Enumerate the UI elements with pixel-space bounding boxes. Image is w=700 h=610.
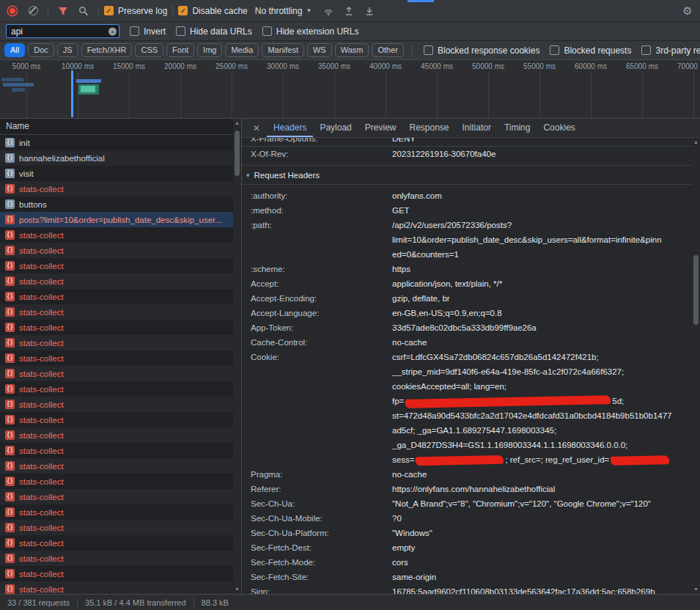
type-filter-ws[interactable]: WS bbox=[307, 43, 332, 57]
close-details-button[interactable]: ✕ bbox=[246, 123, 267, 133]
type-filter-manifest[interactable]: Manifest bbox=[262, 43, 304, 57]
request-row[interactable]: {}stats-collect bbox=[0, 258, 241, 273]
header-value-line: empty bbox=[392, 540, 692, 555]
scroll-up-icon[interactable]: ▲ bbox=[692, 138, 700, 147]
request-name: stats-collect bbox=[19, 354, 241, 363]
request-name: stats-collect bbox=[19, 293, 241, 301]
request-row[interactable]: {}stats-collect bbox=[0, 397, 241, 412]
type-filter-wasm[interactable]: Wasm bbox=[335, 43, 369, 57]
type-filter-all[interactable]: All bbox=[4, 43, 25, 57]
record-button[interactable] bbox=[3, 2, 22, 20]
request-row[interactable]: {}stats-collect bbox=[0, 535, 241, 551]
filter-checkbox-blocked-requests[interactable]: Blocked requests bbox=[550, 45, 631, 56]
invert-label: Invert bbox=[144, 26, 166, 37]
tab-timing[interactable]: Timing bbox=[498, 119, 537, 137]
settings-button[interactable]: ⚙ bbox=[678, 2, 697, 20]
request-row[interactable]: {}stats-collect bbox=[0, 289, 241, 304]
request-type-icon: {} bbox=[5, 507, 15, 517]
request-row[interactable]: {}stats-collect bbox=[0, 304, 241, 320]
request-row[interactable]: {}buttons bbox=[0, 196, 241, 212]
invert-checkbox[interactable]: Invert bbox=[130, 26, 166, 37]
filter-input[interactable] bbox=[6, 24, 119, 38]
overview-gridline bbox=[693, 72, 694, 118]
request-row[interactable]: {}stats-collect bbox=[0, 320, 241, 335]
type-filter-media[interactable]: Media bbox=[225, 43, 259, 57]
header-value-line: https bbox=[392, 262, 692, 276]
request-row[interactable]: {}stats-collect bbox=[0, 412, 241, 427]
request-row[interactable]: {}stats-collect bbox=[0, 474, 241, 489]
header-name: Accept-Language: bbox=[242, 306, 392, 320]
request-row[interactable]: {}init bbox=[0, 135, 241, 150]
type-filter-other[interactable]: Other bbox=[372, 43, 404, 57]
request-row[interactable]: {}stats-collect bbox=[0, 381, 241, 397]
network-conditions-button[interactable] bbox=[319, 2, 338, 20]
request-row[interactable]: {}visit bbox=[0, 166, 241, 181]
request-row[interactable]: {}stats-collect bbox=[0, 520, 241, 535]
scrollbar-thumb[interactable] bbox=[693, 255, 699, 325]
tab-response[interactable]: Response bbox=[402, 119, 455, 137]
type-filter-doc[interactable]: Doc bbox=[28, 43, 54, 57]
request-row[interactable]: {}stats-collect bbox=[0, 489, 241, 504]
clear-filter-icon[interactable]: × bbox=[108, 27, 117, 35]
request-row-selected[interactable]: {}posts?limit=10&order=publish_date_desc… bbox=[0, 212, 241, 227]
type-filter-font[interactable]: Font bbox=[166, 43, 194, 57]
request-row[interactable]: {}hannahelizabethofficial bbox=[0, 150, 241, 166]
type-filter-css[interactable]: CSS bbox=[135, 43, 163, 57]
preserve-log-label: Preserve log bbox=[118, 6, 167, 16]
checkbox-icon bbox=[262, 26, 272, 36]
request-row[interactable]: {}stats-collect bbox=[0, 227, 241, 243]
request-row[interactable]: {}stats-collect bbox=[0, 581, 241, 594]
scroll-down-icon[interactable]: ▼ bbox=[233, 585, 241, 594]
request-row[interactable]: {}stats-collect bbox=[0, 504, 241, 520]
search-button[interactable] bbox=[74, 2, 93, 20]
type-filter-fetch-xhr[interactable]: Fetch/XHR bbox=[81, 43, 133, 57]
scroll-up-icon[interactable]: ▲ bbox=[233, 119, 241, 128]
tab-preview[interactable]: Preview bbox=[358, 119, 403, 137]
tab-cookies[interactable]: Cookies bbox=[537, 119, 581, 137]
scroll-down-icon[interactable]: ▼ bbox=[692, 585, 700, 594]
tab-payload[interactable]: Payload bbox=[313, 119, 358, 137]
filter-toggle-button[interactable] bbox=[54, 2, 73, 20]
import-har-button[interactable] bbox=[339, 2, 358, 20]
checkbox-icon bbox=[550, 45, 559, 55]
preserve-log-checkbox[interactable]: ✓ Preserve log bbox=[104, 6, 167, 16]
header-value-line: ed=0&counters=1 bbox=[392, 247, 692, 262]
tab-initiator[interactable]: Initiator bbox=[456, 119, 498, 137]
request-row[interactable]: {}stats-collect bbox=[0, 243, 241, 258]
name-column-header[interactable]: Name bbox=[0, 119, 241, 135]
clear-button[interactable] bbox=[23, 2, 43, 20]
filter-checkbox-blocked-response-cookies[interactable]: Blocked response cookies bbox=[424, 45, 539, 56]
requests-scrollbar[interactable]: ▲ ▼ bbox=[233, 119, 241, 594]
request-headers-section[interactable]: ▾ Request Headers bbox=[242, 166, 692, 185]
overview-strip[interactable]: 5000 ms10000 ms15000 ms20000 ms25000 ms3… bbox=[0, 60, 700, 119]
request-row[interactable]: {}stats-collect bbox=[0, 551, 241, 566]
request-name: stats-collect bbox=[19, 262, 241, 271]
type-filter-img[interactable]: Img bbox=[197, 43, 222, 57]
request-row[interactable]: {}stats-collect bbox=[0, 273, 241, 289]
request-row[interactable]: {}stats-collect bbox=[0, 458, 241, 474]
request-row[interactable]: {}stats-collect bbox=[0, 181, 241, 196]
request-row[interactable]: {}stats-collect bbox=[0, 427, 241, 443]
export-har-button[interactable] bbox=[360, 2, 379, 20]
filter-checkbox-3rd-party-requests[interactable]: 3rd-party requests bbox=[641, 45, 700, 56]
scrollbar-thumb[interactable] bbox=[235, 131, 240, 176]
header-name: :authority: bbox=[242, 188, 392, 203]
request-row[interactable]: {}stats-collect bbox=[0, 443, 241, 458]
header-value-line: cors bbox=[392, 555, 692, 570]
throttling-select[interactable]: No throttling ▼ bbox=[249, 6, 318, 16]
hide-extension-urls-checkbox[interactable]: Hide extension URLs bbox=[262, 26, 359, 37]
header-name: Accept: bbox=[242, 276, 392, 291]
tab-headers[interactable]: Headers bbox=[267, 119, 313, 137]
request-row[interactable]: {}stats-collect bbox=[0, 566, 241, 581]
header-value: gzip, deflate, br bbox=[392, 291, 692, 306]
details-scrollbar[interactable]: ▲ ▼ bbox=[692, 138, 700, 594]
header-row: Referer:https://onlyfans.com/hannaheliza… bbox=[242, 482, 692, 496]
request-row[interactable]: {}stats-collect bbox=[0, 335, 241, 350]
request-row[interactable]: {}stats-collect bbox=[0, 366, 241, 381]
toolbar-divider bbox=[172, 5, 173, 17]
header-value-line: __stripe_mid=9df140f6-e64a-419e-85fc-a1c… bbox=[392, 364, 692, 379]
request-row[interactable]: {}stats-collect bbox=[0, 350, 241, 366]
disable-cache-checkbox[interactable]: ✓ Disable cache bbox=[178, 6, 247, 16]
type-filter-js[interactable]: JS bbox=[57, 43, 78, 57]
hide-data-urls-checkbox[interactable]: Hide data URLs bbox=[176, 26, 252, 37]
